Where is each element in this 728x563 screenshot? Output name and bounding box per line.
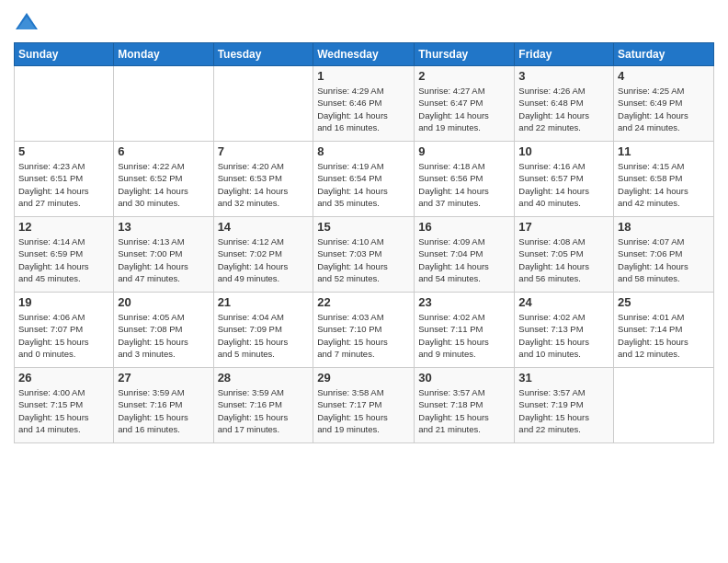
weekday-header-tuesday: Tuesday <box>213 43 313 66</box>
day-info: Sunrise: 4:04 AM Sunset: 7:09 PM Dayligh… <box>218 311 310 360</box>
day-info: Sunrise: 3:58 AM Sunset: 7:17 PM Dayligh… <box>317 386 410 435</box>
day-info: Sunrise: 4:06 AM Sunset: 7:07 PM Dayligh… <box>18 311 109 360</box>
day-number: 26 <box>18 371 109 385</box>
day-number: 4 <box>618 69 710 83</box>
day-number: 15 <box>317 220 410 234</box>
day-number: 16 <box>418 220 510 234</box>
weekday-header-monday: Monday <box>114 43 213 66</box>
calendar-cell <box>614 368 714 443</box>
day-info: Sunrise: 4:14 AM Sunset: 6:59 PM Dayligh… <box>18 236 109 284</box>
calendar-cell: 22Sunrise: 4:03 AM Sunset: 7:10 PM Dayli… <box>313 293 415 368</box>
day-info: Sunrise: 4:02 AM Sunset: 7:13 PM Dayligh… <box>518 311 609 360</box>
day-number: 3 <box>518 69 609 83</box>
day-info: Sunrise: 4:10 AM Sunset: 7:03 PM Dayligh… <box>317 236 410 284</box>
calendar-cell: 29Sunrise: 3:58 AM Sunset: 7:17 PM Dayli… <box>313 368 415 443</box>
calendar-cell: 7Sunrise: 4:20 AM Sunset: 6:53 PM Daylig… <box>213 142 313 217</box>
day-info: Sunrise: 4:05 AM Sunset: 7:08 PM Dayligh… <box>118 311 209 360</box>
calendar-week-2: 5Sunrise: 4:23 AM Sunset: 6:51 PM Daylig… <box>15 142 714 217</box>
day-info: Sunrise: 3:59 AM Sunset: 7:16 PM Dayligh… <box>118 386 209 435</box>
day-info: Sunrise: 4:15 AM Sunset: 6:58 PM Dayligh… <box>618 160 710 209</box>
day-info: Sunrise: 4:09 AM Sunset: 7:04 PM Dayligh… <box>418 236 510 284</box>
calendar-cell: 5Sunrise: 4:23 AM Sunset: 6:51 PM Daylig… <box>15 142 114 217</box>
header <box>14 9 714 35</box>
day-number: 11 <box>618 144 710 158</box>
weekday-header-saturday: Saturday <box>614 43 714 66</box>
calendar-cell: 24Sunrise: 4:02 AM Sunset: 7:13 PM Dayli… <box>515 293 614 368</box>
calendar-cell: 3Sunrise: 4:26 AM Sunset: 6:48 PM Daylig… <box>515 66 614 142</box>
calendar-cell: 19Sunrise: 4:06 AM Sunset: 7:07 PM Dayli… <box>15 293 114 368</box>
calendar-cell: 17Sunrise: 4:08 AM Sunset: 7:05 PM Dayli… <box>515 217 614 293</box>
day-number: 6 <box>118 144 209 158</box>
calendar-cell: 18Sunrise: 4:07 AM Sunset: 7:06 PM Dayli… <box>614 217 714 293</box>
day-number: 14 <box>218 220 310 234</box>
day-number: 30 <box>418 371 510 385</box>
day-number: 12 <box>18 220 109 234</box>
day-info: Sunrise: 4:18 AM Sunset: 6:56 PM Dayligh… <box>418 160 510 209</box>
calendar-cell: 26Sunrise: 4:00 AM Sunset: 7:15 PM Dayli… <box>15 368 114 443</box>
day-number: 23 <box>418 295 510 309</box>
day-info: Sunrise: 4:22 AM Sunset: 6:52 PM Dayligh… <box>118 160 209 209</box>
calendar-cell: 30Sunrise: 3:57 AM Sunset: 7:18 PM Dayli… <box>415 368 515 443</box>
calendar-cell: 25Sunrise: 4:01 AM Sunset: 7:14 PM Dayli… <box>614 293 714 368</box>
day-number: 29 <box>317 371 410 385</box>
calendar-cell: 16Sunrise: 4:09 AM Sunset: 7:04 PM Dayli… <box>415 217 515 293</box>
calendar-week-5: 26Sunrise: 4:00 AM Sunset: 7:15 PM Dayli… <box>15 368 714 443</box>
day-number: 5 <box>18 144 109 158</box>
calendar-cell: 11Sunrise: 4:15 AM Sunset: 6:58 PM Dayli… <box>614 142 714 217</box>
day-info: Sunrise: 4:01 AM Sunset: 7:14 PM Dayligh… <box>618 311 710 360</box>
day-info: Sunrise: 4:29 AM Sunset: 6:46 PM Dayligh… <box>317 85 410 133</box>
day-number: 10 <box>518 144 609 158</box>
day-info: Sunrise: 4:08 AM Sunset: 7:05 PM Dayligh… <box>518 236 609 284</box>
day-number: 22 <box>317 295 410 309</box>
day-info: Sunrise: 4:12 AM Sunset: 7:02 PM Dayligh… <box>218 236 310 284</box>
calendar-cell: 1Sunrise: 4:29 AM Sunset: 6:46 PM Daylig… <box>313 66 415 142</box>
day-number: 31 <box>518 371 609 385</box>
calendar-cell: 27Sunrise: 3:59 AM Sunset: 7:16 PM Dayli… <box>114 368 213 443</box>
day-info: Sunrise: 4:13 AM Sunset: 7:00 PM Dayligh… <box>118 236 209 284</box>
weekday-header-sunday: Sunday <box>15 43 114 66</box>
calendar-cell: 21Sunrise: 4:04 AM Sunset: 7:09 PM Dayli… <box>213 293 313 368</box>
calendar-cell: 9Sunrise: 4:18 AM Sunset: 6:56 PM Daylig… <box>415 142 515 217</box>
weekday-header-friday: Friday <box>515 43 614 66</box>
weekday-header-wednesday: Wednesday <box>313 43 415 66</box>
weekday-header-thursday: Thursday <box>415 43 515 66</box>
calendar-cell: 12Sunrise: 4:14 AM Sunset: 6:59 PM Dayli… <box>15 217 114 293</box>
day-number: 1 <box>317 69 410 83</box>
calendar-cell <box>114 66 213 142</box>
logo-icon <box>14 9 40 35</box>
day-info: Sunrise: 4:23 AM Sunset: 6:51 PM Dayligh… <box>18 160 109 209</box>
day-number: 2 <box>418 69 510 83</box>
day-number: 9 <box>418 144 510 158</box>
weekday-header-row: SundayMondayTuesdayWednesdayThursdayFrid… <box>15 43 714 66</box>
day-number: 7 <box>218 144 310 158</box>
calendar-cell <box>15 66 114 142</box>
calendar-cell: 20Sunrise: 4:05 AM Sunset: 7:08 PM Dayli… <box>114 293 213 368</box>
day-info: Sunrise: 3:57 AM Sunset: 7:19 PM Dayligh… <box>518 386 609 435</box>
day-number: 18 <box>618 220 710 234</box>
day-number: 19 <box>18 295 109 309</box>
calendar-cell <box>213 66 313 142</box>
calendar-cell: 4Sunrise: 4:25 AM Sunset: 6:49 PM Daylig… <box>614 66 714 142</box>
calendar-cell: 14Sunrise: 4:12 AM Sunset: 7:02 PM Dayli… <box>213 217 313 293</box>
calendar-table: SundayMondayTuesdayWednesdayThursdayFrid… <box>14 42 714 443</box>
day-info: Sunrise: 4:02 AM Sunset: 7:11 PM Dayligh… <box>418 311 510 360</box>
calendar-cell: 10Sunrise: 4:16 AM Sunset: 6:57 PM Dayli… <box>515 142 614 217</box>
day-info: Sunrise: 4:03 AM Sunset: 7:10 PM Dayligh… <box>317 311 410 360</box>
calendar-cell: 6Sunrise: 4:22 AM Sunset: 6:52 PM Daylig… <box>114 142 213 217</box>
calendar-cell: 15Sunrise: 4:10 AM Sunset: 7:03 PM Dayli… <box>313 217 415 293</box>
calendar-week-4: 19Sunrise: 4:06 AM Sunset: 7:07 PM Dayli… <box>15 293 714 368</box>
day-number: 27 <box>118 371 209 385</box>
day-number: 20 <box>118 295 209 309</box>
day-number: 28 <box>218 371 310 385</box>
calendar-cell: 8Sunrise: 4:19 AM Sunset: 6:54 PM Daylig… <box>313 142 415 217</box>
calendar-cell: 23Sunrise: 4:02 AM Sunset: 7:11 PM Dayli… <box>415 293 515 368</box>
day-number: 24 <box>518 295 609 309</box>
calendar-week-3: 12Sunrise: 4:14 AM Sunset: 6:59 PM Dayli… <box>15 217 714 293</box>
day-info: Sunrise: 4:00 AM Sunset: 7:15 PM Dayligh… <box>18 386 109 435</box>
day-info: Sunrise: 4:26 AM Sunset: 6:48 PM Dayligh… <box>518 85 609 133</box>
calendar-cell: 31Sunrise: 3:57 AM Sunset: 7:19 PM Dayli… <box>515 368 614 443</box>
day-number: 25 <box>618 295 710 309</box>
day-info: Sunrise: 4:27 AM Sunset: 6:47 PM Dayligh… <box>418 85 510 133</box>
day-number: 17 <box>518 220 609 234</box>
day-info: Sunrise: 3:57 AM Sunset: 7:18 PM Dayligh… <box>418 386 510 435</box>
